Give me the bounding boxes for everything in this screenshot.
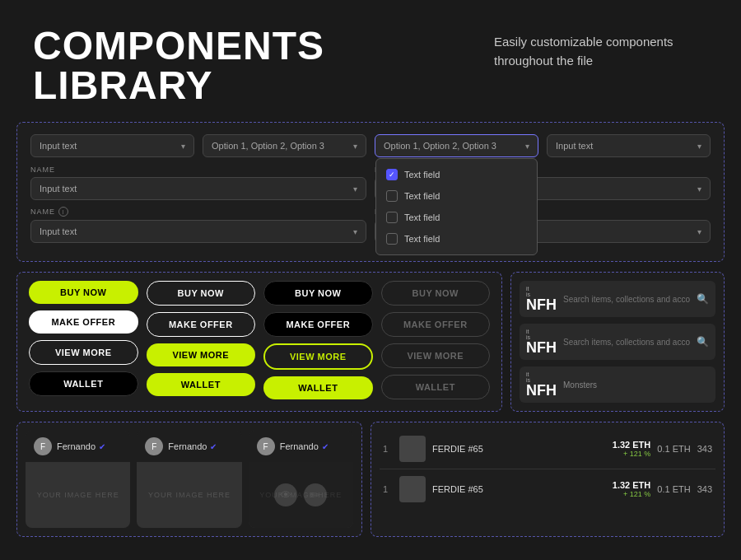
field-row-3: NAME i Input text ▾ NAME i Option 1, Opt… xyxy=(30,207,711,243)
card-header-1: F Fernando ✔ xyxy=(26,431,130,462)
rank-thumbnail xyxy=(399,476,426,502)
dropdown-options-1[interactable]: Option 1, Option 2, Option 3 ▾ xyxy=(203,134,366,157)
dropdown-input-name-3[interactable]: Input text ▾ xyxy=(30,220,366,243)
field-label-name: NAME xyxy=(30,166,366,174)
button-column-1: BUY NOW MAKE OFFER VIEW MORE WALLET xyxy=(29,281,138,399)
make-offer-button-3[interactable]: MAKE OFFER xyxy=(263,312,373,337)
nft-logo-3: itis NFH xyxy=(526,371,557,398)
ranking-row-2: 1 FERDIE #65 1.32 ETH + 121 % 0.1 ETH 34… xyxy=(380,469,715,509)
view-more-button-3[interactable]: VIEW MORE xyxy=(263,343,373,370)
page-title: COMPONENTS LIBRARY xyxy=(33,26,324,105)
dropdown-row-1: Input text ▾ Option 1, Option 2, Option … xyxy=(30,134,711,157)
nft-search-input-1[interactable] xyxy=(563,295,690,304)
rank-count: 343 xyxy=(697,484,712,494)
card-image-2: YOUR IMAGE HERE xyxy=(137,462,241,528)
field-group-name-info-1: NAME i Input text ▾ xyxy=(30,207,366,243)
checkbox-checked[interactable]: ✓ xyxy=(386,169,398,180)
chevron-down-icon: ▾ xyxy=(353,227,357,236)
header-subtitle: Easily customizable components throughou… xyxy=(494,26,708,70)
card-image-1: YOUR IMAGE HERE xyxy=(26,462,130,528)
make-offer-button-1[interactable]: MAKE OFFER xyxy=(29,310,138,334)
wallet-button-3[interactable]: WALLET xyxy=(263,376,373,399)
button-column-4: BUY NOW MAKE OFFER VIEW MORE WALLET xyxy=(381,281,491,399)
header: COMPONENTS LIBRARY Easily customizable c… xyxy=(0,0,741,122)
rank-name: FERDIE #65 xyxy=(432,484,606,494)
avatar-1: F xyxy=(34,437,52,455)
checkbox-unchecked[interactable] xyxy=(386,212,398,223)
make-offer-button-4[interactable]: MAKE OFFER xyxy=(381,312,491,337)
nft-search-section: itis NFH 🔍 itis NFH 🔍 itis NFH xyxy=(510,272,725,412)
nft-search-input-2[interactable] xyxy=(563,338,690,347)
dropdown-popup: ✓ Text field Text field Text field Text … xyxy=(375,158,538,255)
rank-number: 1 xyxy=(383,444,393,454)
card-header-3: F Fernando ✔ xyxy=(249,431,353,462)
popup-item-2[interactable]: Text field xyxy=(376,185,537,207)
nft-search-input-3[interactable] xyxy=(563,380,709,390)
dropdown-options-active[interactable]: Option 1, Option 2, Option 3 ▾ ✓ Text fi… xyxy=(375,134,538,157)
ranking-row-1: 1 FERDIE #65 1.32 ETH + 121 % 0.1 ETH 34… xyxy=(380,429,715,469)
wallet-button-2[interactable]: WALLET xyxy=(147,373,256,396)
popup-item-1[interactable]: ✓ Text field xyxy=(376,164,537,185)
chevron-down-icon: ▾ xyxy=(181,142,185,151)
nft-card-3: F Fernando ✔ YOUR IMAGE HERE 👁 ✏ xyxy=(249,431,353,528)
button-column-3: BUY NOW MAKE OFFER VIEW MORE WALLET xyxy=(263,281,373,399)
rank-thumbnail xyxy=(399,436,426,462)
wallet-button-4[interactable]: WALLET xyxy=(381,375,491,399)
view-more-button-1[interactable]: VIEW MORE xyxy=(29,340,138,365)
verified-icon: ✔ xyxy=(322,442,329,451)
buy-now-button-4[interactable]: BUY NOW xyxy=(381,281,491,306)
bottom-section: F Fernando ✔ YOUR IMAGE HERE F Fernando … xyxy=(16,422,725,537)
buy-now-button-3[interactable]: BUY NOW xyxy=(263,281,373,306)
make-offer-button-2[interactable]: MAKE OFFER xyxy=(147,312,256,337)
dropdown-input-name-1[interactable]: Input text ▾ xyxy=(30,177,366,200)
nft-logo-1: itis NFH xyxy=(526,286,557,312)
nft-row-2: itis NFH 🔍 xyxy=(520,324,715,360)
mid-row: BUY NOW MAKE OFFER VIEW MORE WALLET BUY … xyxy=(16,272,725,412)
chevron-down-icon: ▾ xyxy=(697,184,701,194)
nft-row-3: itis NFH xyxy=(520,366,715,403)
chevron-down-icon: ▾ xyxy=(525,142,529,151)
nft-card-2: F Fernando ✔ YOUR IMAGE HERE xyxy=(137,431,241,528)
card-overlay: 👁 ✏ xyxy=(249,462,353,528)
view-more-button-4[interactable]: VIEW MORE xyxy=(381,343,491,368)
card-username-2: Fernando ✔ xyxy=(168,441,217,451)
nft-logo-2: itis NFH xyxy=(526,329,557,355)
nft-row-1: itis NFH 🔍 xyxy=(520,281,715,317)
chevron-down-icon: ▾ xyxy=(353,142,357,151)
rank-name: FERDIE #65 xyxy=(432,444,606,454)
edit-icon[interactable]: ✏ xyxy=(304,483,327,506)
verified-icon: ✔ xyxy=(210,442,217,451)
chevron-down-icon: ▾ xyxy=(697,227,701,236)
rank-price: 1.32 ETH + 121 % xyxy=(613,480,650,498)
search-icon: 🔍 xyxy=(697,336,709,348)
rankings-table: 1 FERDIE #65 1.32 ETH + 121 % 0.1 ETH 34… xyxy=(370,422,725,537)
button-columns: BUY NOW MAKE OFFER VIEW MORE WALLET BUY … xyxy=(29,281,490,399)
rank-floor: 0.1 ETH xyxy=(657,484,690,494)
wallet-button-1[interactable]: WALLET xyxy=(29,371,138,396)
popup-item-3[interactable]: Text field xyxy=(376,207,537,228)
field-row-2: NAME Input text ▾ NAME Option 1, Option … xyxy=(30,166,711,200)
rank-floor: 0.1 ETH xyxy=(657,444,690,454)
avatar-2: F xyxy=(145,437,163,455)
chevron-down-icon: ▾ xyxy=(353,184,357,194)
nft-card-1: F Fernando ✔ YOUR IMAGE HERE xyxy=(26,431,130,528)
view-more-button-2[interactable]: VIEW MORE xyxy=(147,343,256,366)
eye-icon[interactable]: 👁 xyxy=(274,483,297,506)
dropdown-input-2[interactable]: Input text ▾ xyxy=(547,134,711,157)
field-label-name-info: NAME i xyxy=(30,207,366,217)
dropdowns-section: Input text ▾ Option 1, Option 2, Option … xyxy=(16,122,725,262)
buy-now-button-1[interactable]: BUY NOW xyxy=(29,281,138,304)
buttons-section: BUY NOW MAKE OFFER VIEW MORE WALLET BUY … xyxy=(16,272,502,412)
avatar-3: F xyxy=(257,437,275,455)
rank-price: 1.32 ETH + 121 % xyxy=(613,440,650,458)
checkbox-unchecked[interactable] xyxy=(386,190,398,202)
search-icon: 🔍 xyxy=(697,293,709,305)
checkbox-unchecked[interactable] xyxy=(386,233,398,245)
buy-now-button-2[interactable]: BUY NOW xyxy=(147,281,256,306)
card-username-3: Fernando ✔ xyxy=(280,441,329,451)
dropdown-input-1[interactable]: Input text ▾ xyxy=(30,134,194,157)
card-image-3: YOUR IMAGE HERE 👁 ✏ xyxy=(249,462,353,528)
card-username-1: Fernando ✔ xyxy=(57,441,105,451)
chevron-down-icon: ▾ xyxy=(697,142,701,151)
popup-item-4[interactable]: Text field xyxy=(376,228,537,250)
